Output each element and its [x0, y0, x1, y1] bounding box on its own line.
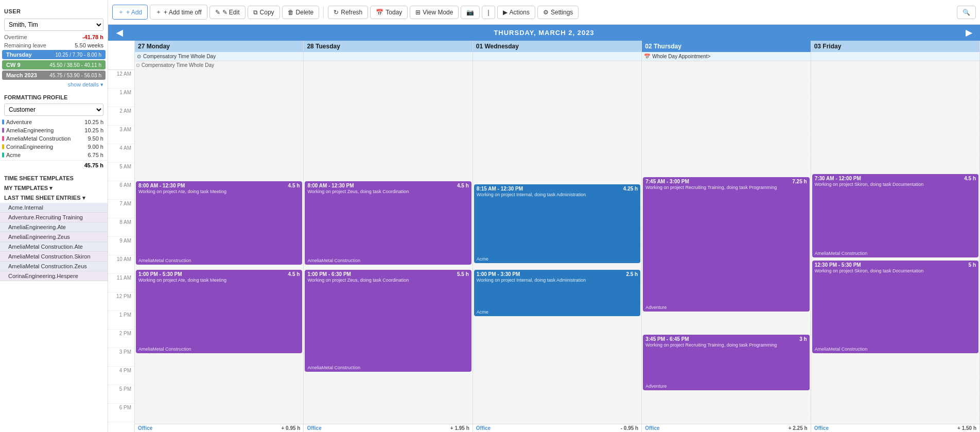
allday-text: Compensatory Time Whole Day: [143, 54, 216, 59]
actions-label: Actions: [510, 9, 530, 16]
event-0-0[interactable]: 8:00 AM - 12:30 PM 4.5 h Working on proj…: [136, 181, 302, 265]
event-4-0[interactable]: 7:30 AM - 12:00 PM 4.5 h Working on proj…: [812, 174, 978, 257]
slot-row: [304, 395, 472, 413]
event-customer: AmeliaMetal Construction: [138, 347, 191, 352]
tst-title: TIME SHEET TEMPLATES: [0, 170, 108, 183]
gear-icon: ⚙: [543, 9, 549, 16]
add-time-off-label: + Add time off: [164, 9, 202, 16]
thursday-vals: 10.25 / 7.70 - 8.00 h: [55, 52, 101, 58]
cal-grid-scroll[interactable]: 27 Monday⊙Compensatory Time Whole Day 8:…: [135, 41, 980, 432]
refresh-label: Refresh: [341, 9, 362, 16]
add-time-off-button[interactable]: ＋ + Add time off: [150, 5, 207, 20]
event-desc: Working on project Internal, doing task …: [477, 192, 638, 197]
event-desc: Working on project Skiron, doing task Do…: [815, 182, 976, 187]
add-button[interactable]: ＋ + Add: [112, 5, 148, 20]
actions-button[interactable]: ▶ Actions: [497, 6, 535, 19]
ts-entry-item[interactable]: CorinaEngineering.Hespere: [0, 271, 108, 281]
add-icon: ＋: [118, 8, 124, 16]
settings-button[interactable]: ⚙ Settings: [537, 6, 579, 19]
zoom-in-icon: 🔍: [962, 9, 970, 16]
delete-icon: 🗑: [288, 9, 294, 16]
day-allday-4: [811, 52, 979, 61]
event-hours: 4.25 h: [623, 186, 638, 192]
compensatory-event[interactable]: ⊙ Compensatory Time Whole Day: [136, 62, 302, 68]
customer-item[interactable]: CorinaEngineering9.00 h: [0, 143, 108, 151]
customer-item[interactable]: Adventure10.25 h: [0, 118, 108, 126]
event-time: 7:45 AM - 3:00 PM: [645, 179, 689, 184]
copy-button[interactable]: ⧉ Copy: [248, 6, 280, 19]
ts-entry-item[interactable]: AmeliaEngineering.Ate: [0, 222, 108, 232]
cw-label: CW 9: [6, 62, 21, 68]
show-details-btn[interactable]: show details ▾: [0, 80, 108, 89]
event-2-0[interactable]: 8:15 AM - 12:30 PM 4.25 h Working on pro…: [474, 184, 640, 263]
refresh-button[interactable]: ↻ Refresh: [328, 6, 368, 19]
view-mode-button[interactable]: ⊞ View Mode: [410, 6, 459, 19]
slot-row: [135, 395, 303, 413]
event-desc: Working on project Skiron, doing task Do…: [815, 268, 976, 273]
slot-row: [135, 358, 303, 376]
prev-week-button[interactable]: ◀: [114, 28, 125, 38]
event-time: 1:00 PM - 5:30 PM: [138, 271, 182, 277]
last-ts-entries-btn[interactable]: LAST TIME SHEET ENTRIES ▾: [0, 193, 108, 203]
time-slot: 12 AM: [108, 70, 134, 89]
ts-entry-item[interactable]: Adventure.Recruiting Training: [0, 213, 108, 222]
customer-item[interactable]: AmeliaMetal Construction9.50 h: [0, 134, 108, 143]
time-slot: 12 PM: [108, 292, 134, 311]
separator-btn[interactable]: |: [482, 6, 495, 19]
day-allday-2: [473, 52, 641, 61]
next-week-button[interactable]: ▶: [964, 28, 974, 38]
customer-hours: 9.00 h: [87, 144, 103, 150]
user-select[interactable]: Smith, Tim: [4, 19, 103, 31]
customer-item[interactable]: AmeliaEngineering10.25 h: [0, 126, 108, 134]
event-3-1[interactable]: 3:45 PM - 6:45 PM 3 h Working on project…: [643, 335, 809, 390]
event-time: 8:15 AM - 12:30 PM: [477, 186, 523, 192]
footer-label: Office: [476, 425, 491, 431]
event-4-1[interactable]: 12:30 PM - 5:30 PM 5 h Working on projec…: [812, 261, 978, 353]
delete-button[interactable]: 🗑 Delete: [282, 6, 320, 19]
event-desc: Working on project Recruiting Training, …: [645, 342, 807, 348]
event-3-0[interactable]: 7:45 AM - 3:00 PM 7.25 h Working on proj…: [643, 177, 809, 312]
customer-item[interactable]: Acme6.75 h: [0, 151, 108, 159]
edit-icon: ✎: [215, 9, 220, 16]
time-slot: 3 AM: [108, 126, 134, 144]
time-slot: 2 AM: [108, 107, 134, 126]
allday-text: Whole Day Appointment>: [652, 54, 710, 59]
slot-row: [642, 154, 810, 172]
event-1-0[interactable]: 8:00 AM - 12:30 PM 4.5 h Working on proj…: [305, 181, 471, 265]
ts-entry-item[interactable]: AmeliaEngineering.Zeus: [0, 232, 108, 242]
day-header-4: 03 Friday: [811, 41, 979, 52]
thursday-row[interactable]: Thursday 10.25 / 7.70 - 8.00 h: [2, 50, 106, 59]
cw-row[interactable]: CW 9 45.50 / 38.50 - 40.11 h: [2, 60, 106, 70]
footer-hours: + 1.50 h: [957, 425, 976, 431]
event-customer: Acme: [477, 309, 488, 315]
cal-nav: ◀ THURSDAY, MARCH 2, 2023 ▶: [108, 25, 980, 41]
today-label: Today: [386, 9, 402, 16]
event-2-1[interactable]: 1:00 PM - 3:30 PM 2.5 h Working on proje…: [474, 270, 640, 316]
day-slots-4: 7:30 AM - 12:00 PM 4.5 h Working on proj…: [811, 61, 979, 424]
customer-select[interactable]: Customer: [4, 103, 103, 116]
ts-entry-item[interactable]: AmeliaMetal Construction.Zeus: [0, 262, 108, 271]
ts-entry-item[interactable]: AmeliaMetal Construction.Ate: [0, 242, 108, 252]
event-customer: Adventure: [645, 305, 667, 310]
delete-label: Delete: [296, 9, 314, 16]
event-desc: Working on project Zeus, doing task Coor…: [307, 189, 468, 194]
zoom-in-button[interactable]: 🔍: [957, 6, 976, 19]
ts-entries-list: Acme.InternalAdventure.Recruiting Traini…: [0, 203, 108, 281]
edit-button[interactable]: ✎ ✎ Edit: [209, 6, 246, 19]
event-hours: 4.5 h: [964, 176, 976, 181]
view-mode-label: View Mode: [423, 9, 453, 16]
event-1-1[interactable]: 1:00 PM - 6:30 PM 5.5 h Working on proje…: [305, 270, 471, 372]
today-button[interactable]: 📅 Today: [370, 6, 408, 19]
camera-button[interactable]: 📷: [461, 6, 480, 19]
my-templates-btn[interactable]: MY TEMPLATES ▾: [0, 183, 108, 193]
slot-row: [304, 154, 472, 172]
event-0-1[interactable]: 1:00 PM - 5:30 PM 4.5 h Working on proje…: [136, 270, 302, 353]
event-time: 8:00 AM - 12:30 PM: [307, 183, 354, 188]
ts-entry-item[interactable]: Acme.Internal: [0, 203, 108, 213]
ts-entry-item[interactable]: AmeliaMetal Construction.Skiron: [0, 252, 108, 262]
slot-row: [642, 135, 810, 154]
day-label-0: 27 Monday: [138, 43, 300, 50]
march-row[interactable]: March 2023 45.75 / 53.90 - 56.03 h: [2, 71, 106, 80]
customer-hours: 9.50 h: [87, 135, 103, 142]
settings-label: Settings: [551, 9, 573, 16]
